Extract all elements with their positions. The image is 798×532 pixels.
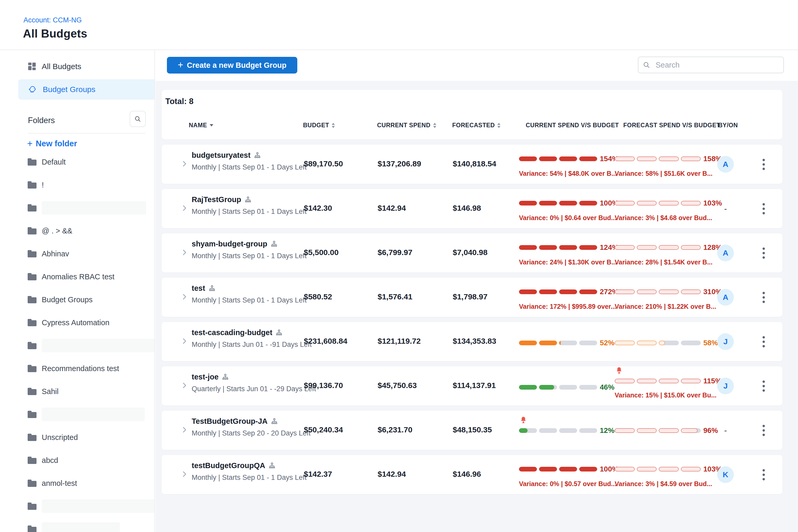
folder-item[interactable]: Unscripted — [27, 430, 78, 445]
table-row[interactable]: test-cascading-budget Monthly | Starts J… — [162, 322, 782, 361]
folder-item[interactable]: Recommendations test — [27, 361, 119, 376]
folder-item[interactable] — [27, 522, 120, 532]
chevron-right-icon[interactable] — [180, 337, 188, 347]
by-on-cell: J — [717, 333, 734, 350]
kebab-menu-button[interactable] — [761, 291, 766, 304]
bar-percent-label: 46% — [600, 383, 614, 392]
folder-label: Sahil — [42, 387, 59, 396]
chevron-right-icon[interactable] — [180, 204, 188, 214]
column-header-name[interactable]: NAME — [189, 122, 213, 129]
folder-label: ! — [42, 181, 44, 189]
table-row[interactable]: budgetsuryatest Monthly | Starts Sep 01 … — [162, 145, 782, 184]
hierarchy-icon — [208, 285, 216, 292]
forecasted-value: $48,150.35 — [453, 425, 492, 434]
kebab-menu-button[interactable] — [761, 335, 766, 348]
current-spend-value: $6,799.97 — [378, 248, 412, 257]
budget-group-meta: Monthly | Starts Sep 01 - 1 Days Left — [192, 163, 307, 171]
folder-item[interactable]: ! — [27, 177, 44, 192]
budget-group-name[interactable]: budgetsuryatest — [192, 151, 251, 159]
budget-group-meta: Quarterly | Starts Jun 01 - -29 Days Lef… — [192, 385, 316, 393]
budget-group-name[interactable]: testBudgetGroupQA — [192, 461, 265, 470]
chevron-right-icon[interactable] — [180, 159, 188, 169]
budget-group-meta: Monthly | Starts Sep 01 - 1 Days Left — [192, 296, 307, 304]
by-on-cell: - — [717, 200, 734, 217]
forecast-variance-text: Variance: 3% | $4.68 over Bud... — [615, 214, 712, 222]
current-vs-budget-bar: 46% — [519, 383, 614, 392]
current-spend-value: $1,576.41 — [378, 292, 412, 301]
folder-item[interactable]: Abhinav — [27, 246, 69, 261]
owner-avatar: A — [717, 156, 734, 173]
table-row[interactable]: shyam-budget-group Monthly | Starts Sep … — [162, 233, 782, 272]
chevron-right-icon[interactable] — [180, 248, 188, 258]
kebab-menu-button[interactable] — [761, 424, 766, 437]
create-budget-group-button[interactable]: + Create a new Budget Group — [167, 57, 297, 74]
bar-percent-label: 96% — [703, 426, 718, 435]
folder-icon — [27, 181, 37, 189]
folder-item[interactable] — [27, 338, 155, 353]
folder-item[interactable] — [27, 499, 155, 513]
current-vs-budget-bar: 100% — [519, 465, 619, 473]
folder-label: Abhinav — [42, 250, 69, 258]
sort-icon — [332, 123, 335, 128]
folder-icon — [27, 227, 37, 234]
account-breadcrumb-link[interactable]: Account: CCM-NG — [23, 16, 82, 24]
table-row[interactable]: testBudgetGroupQA Monthly | Starts Sep 0… — [162, 455, 782, 494]
table-row[interactable]: test-joe Quarterly | Starts Jun 01 - -29… — [162, 366, 782, 405]
budget-group-name[interactable]: test-cascading-budget — [192, 328, 272, 337]
bar-percent-label: 12% — [600, 426, 614, 435]
search-input[interactable] — [638, 57, 784, 73]
folder-item[interactable]: Budget Groups — [27, 292, 93, 307]
hierarchy-icon — [254, 152, 261, 159]
folder-label — [42, 407, 145, 421]
budget-group-name[interactable]: test-joe — [192, 373, 218, 381]
folder-item[interactable] — [27, 407, 145, 422]
folder-item[interactable]: Cypress Automation — [27, 315, 110, 330]
forecasted-value: $134,353.83 — [453, 337, 496, 345]
chevron-right-icon[interactable] — [180, 292, 188, 302]
chevron-right-icon[interactable] — [180, 425, 188, 435]
current-variance-text: Variance: 172% | $995.89 over... — [519, 303, 616, 310]
current-spend-value: $45,750.63 — [378, 381, 417, 390]
folder-item[interactable] — [27, 201, 146, 215]
forecasted-value: $146.98 — [453, 204, 481, 212]
budget-group-name[interactable]: test — [192, 284, 205, 292]
folder-icon — [27, 388, 37, 395]
budget-group-name[interactable]: shyam-budget-group — [192, 240, 267, 248]
folder-icon — [27, 296, 37, 303]
folder-item[interactable]: Default — [27, 155, 66, 169]
folder-item[interactable]: abcd — [27, 453, 58, 468]
forecast-variance-text: Variance: 28% | $1.54K over B... — [615, 259, 712, 266]
budget-group-name[interactable]: TestBudgetGroup-JA — [192, 417, 268, 425]
kebab-menu-button[interactable] — [761, 202, 766, 215]
table-row[interactable]: test Monthly | Starts Sep 01 - 1 Days Le… — [162, 278, 782, 317]
hierarchy-icon — [270, 241, 278, 248]
current-variance-text: Variance: 24% | $1.30K over B... — [519, 259, 617, 266]
column-header-budget[interactable]: BUDGET — [303, 122, 335, 129]
folder-item[interactable]: Anomalies RBAC test — [27, 269, 114, 284]
forecasted-value: $7,040.98 — [453, 248, 488, 257]
folder-item[interactable]: Sahil — [27, 384, 59, 399]
kebab-menu-button[interactable] — [761, 158, 766, 171]
bar-percent-label: 52% — [600, 339, 614, 347]
search-icon — [643, 61, 650, 69]
forecast-vs-budget-bar: 310% — [615, 288, 722, 296]
forecasted-value: $140,818.54 — [453, 159, 496, 168]
chevron-right-icon[interactable] — [180, 381, 188, 391]
folder-item[interactable]: @ . > && — [27, 224, 72, 238]
column-header-forecast-vs-budget: FORECAST SPEND V/S BUDGET — [623, 122, 720, 129]
kebab-menu-button[interactable] — [761, 379, 766, 393]
column-header-forecasted[interactable]: FORECASTED — [452, 122, 500, 129]
kebab-menu-button[interactable] — [761, 468, 766, 481]
chevron-right-icon[interactable] — [180, 470, 188, 480]
folder-label: abcd — [42, 456, 58, 465]
folder-item[interactable]: anmol-test — [27, 476, 77, 491]
budget-value: $99,136.70 — [304, 381, 343, 390]
budget-group-name[interactable]: RajTestGroup — [192, 195, 241, 204]
column-header-current-spend[interactable]: CURRENT SPEND — [377, 122, 436, 129]
kebab-menu-button[interactable] — [761, 246, 766, 260]
table-row[interactable]: TestBudgetGroup-JA Monthly | Starts Sep … — [162, 411, 782, 450]
folder-icon — [27, 342, 37, 349]
budget-group-meta: Monthly | Starts Sep 01 - 1 Days Left — [192, 474, 307, 482]
folder-label — [42, 499, 155, 513]
table-row[interactable]: RajTestGroup Monthly | Starts Sep 01 - 1… — [162, 189, 782, 228]
